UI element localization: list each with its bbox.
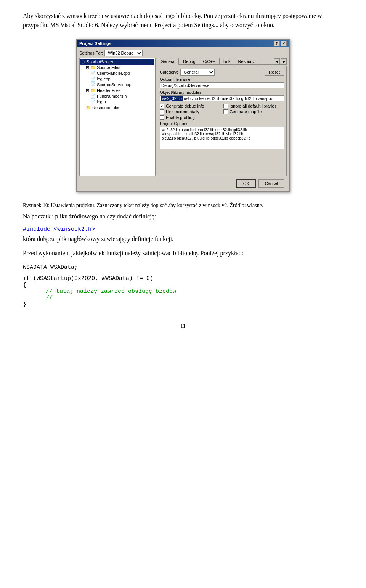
figure-caption: Rysunek 10: Ustawienia projektu. Zaznacz… bbox=[23, 201, 343, 209]
enable-profiling-checkbox[interactable] bbox=[160, 115, 164, 120]
dialog-title: Project Settings bbox=[79, 41, 111, 46]
include-desc-para: która dołącza plik nagłówkowy zawierając… bbox=[23, 234, 343, 244]
tree-item[interactable]: 📄 FuncNumbers.h bbox=[80, 93, 154, 99]
right-panel: General Debug C/C++ Link Resourc ◀ ▶ bbox=[157, 58, 287, 176]
code-if: if (WSAStartup(0x2020, &WSAData) != 0) bbox=[23, 275, 343, 282]
tab-prev-button[interactable]: ◀ bbox=[274, 58, 280, 64]
project-options-group: Project Options: ws2_32.lib usbc.lib ker… bbox=[160, 121, 284, 149]
category-select[interactable]: General bbox=[180, 69, 215, 76]
code-section: WSADATA WSAData; if (WSAStartup(0x2020, … bbox=[23, 264, 343, 308]
tab-general[interactable]: General bbox=[157, 58, 179, 65]
output-file-group: Output file name: bbox=[160, 77, 284, 88]
tree-item[interactable]: 📁 Resource Files bbox=[80, 105, 154, 111]
ignore-default-label: Ignore all default libraries bbox=[230, 104, 276, 108]
generate-mapfile-checkbox[interactable] bbox=[223, 109, 228, 114]
project-settings-dialog: Project Settings ? ✕ Settings For: Win32… bbox=[76, 39, 290, 192]
dialog-body: Settings For: Win32 Debug ⊟ ScorbotServe… bbox=[77, 47, 289, 191]
code-brace-close: } bbox=[23, 301, 343, 308]
checkbox-enable-profiling[interactable]: Enable profiling bbox=[160, 115, 220, 120]
code-brace-open: { bbox=[23, 282, 343, 288]
tab-debug[interactable]: Debug bbox=[180, 58, 199, 64]
ok-button[interactable]: OK bbox=[236, 179, 256, 188]
reset-button[interactable]: Reset bbox=[265, 69, 284, 76]
tree-item[interactable]: ⊟ ScorbotServer bbox=[80, 59, 154, 65]
dialog-titlebar: Project Settings ? ✕ bbox=[77, 40, 289, 47]
tree-item[interactable]: 📄 ScorbotServer.cpp bbox=[80, 82, 154, 88]
output-file-input[interactable] bbox=[160, 82, 284, 88]
link-incrementally-checkbox[interactable] bbox=[160, 109, 164, 114]
tree-item[interactable]: 📄 ClientHandler.cpp bbox=[80, 71, 154, 76]
checkbox-link-incrementally[interactable]: Link incrementally bbox=[160, 109, 220, 114]
checkbox-ignore-default[interactable]: Ignore all default libraries bbox=[223, 104, 284, 108]
include-statement: #include <winsock2.h> bbox=[23, 226, 95, 233]
tab-nav-arrows: ◀ ▶ bbox=[274, 58, 287, 64]
help-button[interactable]: ? bbox=[274, 41, 280, 46]
close-button[interactable]: ✕ bbox=[281, 41, 287, 46]
category-row: Category: General Reset bbox=[160, 69, 284, 76]
tab-bar: General Debug C/C++ Link Resourc ◀ ▶ bbox=[157, 58, 287, 65]
tab-resource[interactable]: Resourc bbox=[235, 58, 257, 64]
include-code-line: #include <winsock2.h> bbox=[23, 226, 343, 233]
settings-for-select[interactable]: Win32 Debug bbox=[104, 50, 143, 56]
tab-link[interactable]: Link bbox=[219, 58, 234, 64]
checkbox-generate-mapfile[interactable]: Generate mapfile bbox=[223, 109, 284, 114]
tree-item[interactable]: ⊟ 📁 Source Files bbox=[80, 65, 154, 71]
generate-mapfile-label: Generate mapfile bbox=[230, 109, 262, 114]
titlebar-buttons: ? ✕ bbox=[274, 41, 287, 46]
tab-cpp[interactable]: C/C++ bbox=[200, 58, 219, 64]
generate-debug-label: Generate debug info bbox=[166, 104, 204, 108]
screenshot-container: Project Settings ? ✕ Settings For: Win32… bbox=[23, 39, 343, 192]
tree-item[interactable]: 📄 log.cpp bbox=[80, 76, 154, 82]
output-file-label: Output file name: bbox=[160, 77, 284, 82]
enable-profiling-label: Enable profiling bbox=[166, 115, 195, 120]
link-incrementally-label: Link incrementally bbox=[166, 109, 199, 114]
object-lib-input[interactable]: ws2_32.lib usbc.lib kernel32.lib user32.… bbox=[160, 95, 284, 101]
tab-next-button[interactable]: ▶ bbox=[281, 58, 287, 64]
settings-area: Category: General Reset Output file name… bbox=[157, 66, 287, 176]
intro-paragraph: Aby skorzystać z winsock trzeba w ustawi… bbox=[23, 11, 343, 30]
project-options-line2: winspool.lib comdlg32.lib advapi32.lib s… bbox=[162, 132, 282, 136]
settings-for-row: Settings For: Win32 Debug bbox=[79, 50, 287, 56]
object-lib-label: Object/library modules: bbox=[160, 90, 284, 95]
tree-item[interactable]: 📄 log.h bbox=[80, 99, 154, 105]
code-comment2: // bbox=[23, 295, 343, 301]
project-options-label: Project Options: bbox=[160, 121, 284, 126]
include-intro-para: Na początku pliku źródłowego należy doda… bbox=[23, 212, 343, 222]
project-options-line1: ws2_32.lib usbc.lib kernel32.lib user32.… bbox=[162, 128, 282, 132]
checkbox-generate-debug[interactable]: Generate debug info bbox=[160, 104, 220, 108]
project-options-area[interactable]: ws2_32.lib usbc.lib kernel32.lib user32.… bbox=[160, 127, 284, 149]
cancel-button[interactable]: Cancel bbox=[258, 179, 284, 188]
settings-for-label: Settings For: bbox=[79, 51, 103, 55]
dialog-content: ⊟ ScorbotServer ⊟ 📁 Source Files 📄 Clien… bbox=[79, 58, 287, 176]
generate-debug-checkbox[interactable] bbox=[160, 104, 164, 108]
tree-item[interactable]: ⊟ 📁 Header Files bbox=[80, 88, 154, 93]
object-lib-group: Object/library modules: ws2_32.lib usbc.… bbox=[160, 90, 284, 101]
code-comment1: // tutaj należy zawrzeć obsługę błędów bbox=[23, 288, 343, 295]
tree-panel: ⊟ ScorbotServer ⊟ 📁 Source Files 📄 Clien… bbox=[79, 58, 156, 176]
ignore-default-checkbox[interactable] bbox=[223, 104, 228, 108]
category-label: Category: bbox=[160, 70, 178, 74]
before-exec-para: Przed wykonaniem jakiejkolwiek funkcji n… bbox=[23, 248, 343, 258]
checkboxes-grid: Generate debug info Ignore all default l… bbox=[160, 104, 284, 120]
project-options-line3: ole32.lib oleaut32.lib uuid.lib odbc32.l… bbox=[162, 136, 282, 140]
page-number: 11 bbox=[23, 323, 343, 329]
code-wsadata: WSADATA WSAData; bbox=[23, 264, 343, 271]
dialog-bottom: OK Cancel bbox=[79, 178, 287, 189]
